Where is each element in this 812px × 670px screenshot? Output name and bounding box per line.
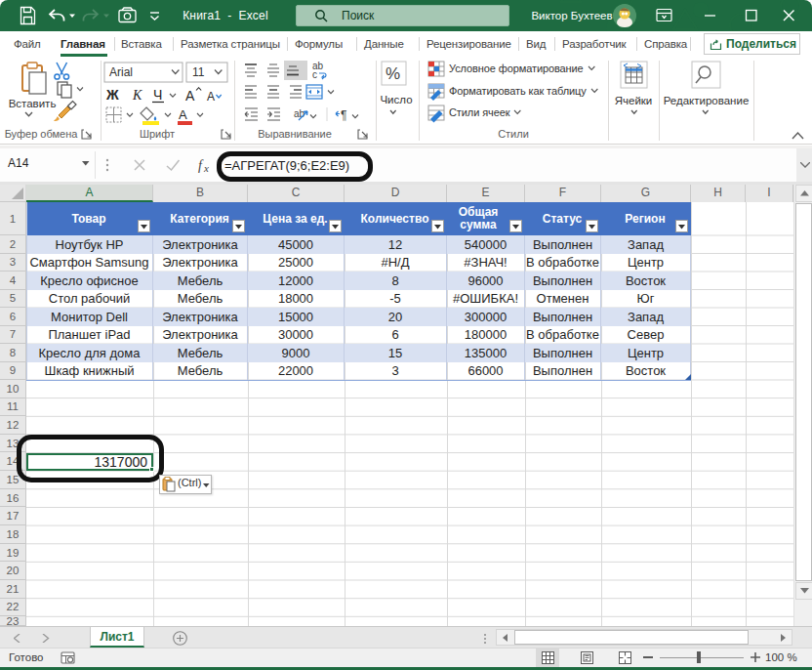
svg-text:А: А xyxy=(207,90,215,104)
svg-text:А: А xyxy=(179,107,187,122)
svg-text:x: x xyxy=(203,162,209,174)
svg-text:ab: ab xyxy=(294,108,305,119)
svg-text:¶: ¶ xyxy=(341,108,346,122)
svg-text:Ж: Ж xyxy=(105,87,119,103)
svg-text:c: c xyxy=(312,69,317,80)
svg-text:Ч: Ч xyxy=(153,87,162,103)
svg-text:%: % xyxy=(386,64,400,83)
svg-text:А: А xyxy=(185,88,195,104)
svg-text:К: К xyxy=(132,88,142,103)
